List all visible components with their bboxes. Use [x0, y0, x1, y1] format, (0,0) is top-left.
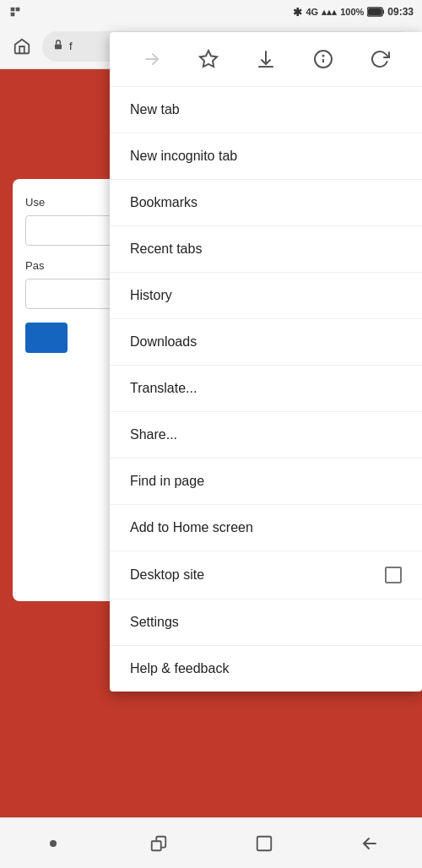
address-text: f — [69, 40, 73, 52]
menu-item-recent-tabs[interactable]: Recent tabs — [110, 226, 422, 273]
menu-item-label-recent-tabs: Recent tabs — [130, 241, 202, 257]
menu-item-label-new-tab: New tab — [130, 102, 180, 117]
svg-marker-8 — [200, 51, 217, 67]
menu-item-history[interactable]: History — [110, 273, 422, 319]
bookmark-button[interactable] — [192, 42, 225, 76]
time-display: 09:33 — [387, 6, 414, 18]
menu-item-label-bookmarks: Bookmarks — [130, 195, 197, 210]
menu-item-label-find-in-page: Find in page — [130, 474, 204, 489]
svg-rect-6 — [55, 44, 62, 49]
menu-item-checkbox-desktop-site[interactable] — [385, 567, 402, 583]
menu-item-help-feedback[interactable]: Help & feedback — [110, 646, 422, 692]
menu-item-new-tab[interactable]: New tab — [110, 87, 422, 133]
network-type: 4G — [306, 7, 318, 17]
square-button[interactable] — [243, 822, 285, 865]
svg-rect-4 — [383, 10, 385, 14]
menu-item-label-add-to-home: Add to Home screen — [130, 520, 253, 535]
bluetooth-icon: ✱ — [293, 6, 302, 19]
menu-item-label-downloads: Downloads — [130, 334, 197, 350]
svg-rect-1 — [16, 8, 20, 12]
menu-item-label-translate: Translate... — [130, 381, 197, 396]
status-bar-icons: ✱ 4G ▴▴▴ 100% 09:33 — [293, 6, 414, 19]
menu-item-label-desktop-site: Desktop site — [130, 567, 204, 583]
menu-item-find-in-page[interactable]: Find in page — [110, 458, 422, 505]
info-button[interactable] — [306, 42, 340, 76]
lock-icon — [52, 39, 64, 53]
submit-btn-bg — [25, 323, 68, 353]
svg-rect-15 — [257, 836, 271, 850]
recent-apps-button[interactable] — [138, 822, 180, 865]
circle-button[interactable] — [32, 822, 74, 865]
menu-item-label-new-incognito-tab: New incognito tab — [130, 149, 237, 164]
svg-rect-2 — [11, 13, 15, 17]
signal-icon: ▴▴▴ — [322, 7, 337, 18]
svg-rect-5 — [368, 8, 381, 15]
menu-item-new-incognito-tab[interactable]: New incognito tab — [110, 133, 422, 180]
svg-point-13 — [50, 840, 57, 847]
battery-icon — [367, 7, 384, 17]
svg-rect-0 — [11, 8, 15, 12]
back-button[interactable] — [349, 822, 391, 865]
menu-item-desktop-site[interactable]: Desktop site — [110, 551, 422, 599]
home-button[interactable] — [7, 31, 37, 62]
menu-items-list: New tabNew incognito tabBookmarksRecent … — [110, 87, 422, 692]
notification-icon — [8, 5, 22, 19]
nav-bar — [0, 817, 422, 868]
menu-item-bookmarks[interactable]: Bookmarks — [110, 180, 422, 226]
refresh-button[interactable] — [363, 42, 397, 76]
menu-item-translate[interactable]: Translate... — [110, 366, 422, 412]
svg-rect-14 — [151, 841, 160, 850]
download-button[interactable] — [249, 42, 283, 76]
status-bar-left — [8, 5, 22, 19]
menu-item-add-to-home[interactable]: Add to Home screen — [110, 505, 422, 551]
menu-item-settings[interactable]: Settings — [110, 599, 422, 646]
menu-item-label-history: History — [130, 288, 172, 303]
dropdown-menu: New tabNew incognito tabBookmarksRecent … — [110, 32, 422, 692]
status-bar: ✱ 4G ▴▴▴ 100% 09:33 — [0, 0, 422, 24]
menu-item-label-settings: Settings — [130, 615, 179, 630]
menu-item-share[interactable]: Share... — [110, 412, 422, 458]
menu-item-downloads[interactable]: Downloads — [110, 319, 422, 366]
menu-item-label-share: Share... — [130, 427, 177, 442]
forward-button[interactable] — [135, 42, 169, 76]
dropdown-toolbar — [110, 32, 422, 87]
battery-level: 100% — [340, 7, 364, 17]
menu-item-label-help-feedback: Help & feedback — [130, 661, 229, 676]
